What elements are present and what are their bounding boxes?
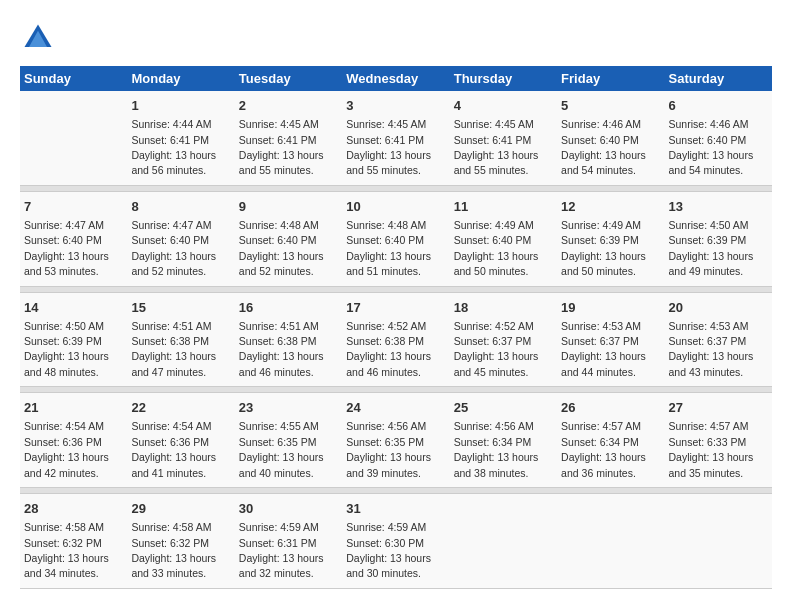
day-number: 4	[454, 97, 553, 115]
day-info: Sunrise: 4:56 AM Sunset: 6:35 PM Dayligh…	[346, 420, 431, 478]
main-container: SundayMondayTuesdayWednesdayThursdayFrid…	[0, 0, 792, 599]
day-info: Sunrise: 4:53 AM Sunset: 6:37 PM Dayligh…	[561, 320, 646, 378]
day-number: 22	[131, 399, 230, 417]
column-header-saturday: Saturday	[665, 66, 772, 91]
cell-week4-day3: 24Sunrise: 4:56 AM Sunset: 6:35 PM Dayli…	[342, 393, 449, 488]
column-header-tuesday: Tuesday	[235, 66, 342, 91]
day-info: Sunrise: 4:58 AM Sunset: 6:32 PM Dayligh…	[131, 521, 216, 579]
day-number: 15	[131, 299, 230, 317]
day-info: Sunrise: 4:57 AM Sunset: 6:33 PM Dayligh…	[669, 420, 754, 478]
day-info: Sunrise: 4:56 AM Sunset: 6:34 PM Dayligh…	[454, 420, 539, 478]
day-number: 20	[669, 299, 768, 317]
day-info: Sunrise: 4:55 AM Sunset: 6:35 PM Dayligh…	[239, 420, 324, 478]
day-number: 21	[24, 399, 123, 417]
week-row-4: 21Sunrise: 4:54 AM Sunset: 6:36 PM Dayli…	[20, 393, 772, 488]
cell-week2-day5: 12Sunrise: 4:49 AM Sunset: 6:39 PM Dayli…	[557, 191, 664, 286]
day-info: Sunrise: 4:45 AM Sunset: 6:41 PM Dayligh…	[346, 118, 431, 176]
cell-week5-day5	[557, 494, 664, 589]
day-number: 29	[131, 500, 230, 518]
day-info: Sunrise: 4:53 AM Sunset: 6:37 PM Dayligh…	[669, 320, 754, 378]
day-number: 19	[561, 299, 660, 317]
calendar-table: SundayMondayTuesdayWednesdayThursdayFrid…	[20, 66, 772, 589]
cell-week1-day6: 6Sunrise: 4:46 AM Sunset: 6:40 PM Daylig…	[665, 91, 772, 185]
cell-week5-day4	[450, 494, 557, 589]
day-info: Sunrise: 4:49 AM Sunset: 6:40 PM Dayligh…	[454, 219, 539, 277]
cell-week3-day1: 15Sunrise: 4:51 AM Sunset: 6:38 PM Dayli…	[127, 292, 234, 387]
cell-week4-day4: 25Sunrise: 4:56 AM Sunset: 6:34 PM Dayli…	[450, 393, 557, 488]
day-info: Sunrise: 4:52 AM Sunset: 6:37 PM Dayligh…	[454, 320, 539, 378]
day-info: Sunrise: 4:49 AM Sunset: 6:39 PM Dayligh…	[561, 219, 646, 277]
day-number: 7	[24, 198, 123, 216]
cell-week2-day0: 7Sunrise: 4:47 AM Sunset: 6:40 PM Daylig…	[20, 191, 127, 286]
cell-week5-day2: 30Sunrise: 4:59 AM Sunset: 6:31 PM Dayli…	[235, 494, 342, 589]
day-info: Sunrise: 4:58 AM Sunset: 6:32 PM Dayligh…	[24, 521, 109, 579]
cell-week2-day2: 9Sunrise: 4:48 AM Sunset: 6:40 PM Daylig…	[235, 191, 342, 286]
cell-week4-day0: 21Sunrise: 4:54 AM Sunset: 6:36 PM Dayli…	[20, 393, 127, 488]
day-number: 1	[131, 97, 230, 115]
day-number: 16	[239, 299, 338, 317]
cell-week3-day4: 18Sunrise: 4:52 AM Sunset: 6:37 PM Dayli…	[450, 292, 557, 387]
day-number: 24	[346, 399, 445, 417]
day-number: 18	[454, 299, 553, 317]
day-number: 3	[346, 97, 445, 115]
column-header-wednesday: Wednesday	[342, 66, 449, 91]
day-number: 30	[239, 500, 338, 518]
day-info: Sunrise: 4:54 AM Sunset: 6:36 PM Dayligh…	[131, 420, 216, 478]
day-number: 17	[346, 299, 445, 317]
day-info: Sunrise: 4:51 AM Sunset: 6:38 PM Dayligh…	[131, 320, 216, 378]
column-header-friday: Friday	[557, 66, 664, 91]
day-info: Sunrise: 4:52 AM Sunset: 6:38 PM Dayligh…	[346, 320, 431, 378]
cell-week5-day6	[665, 494, 772, 589]
cell-week4-day5: 26Sunrise: 4:57 AM Sunset: 6:34 PM Dayli…	[557, 393, 664, 488]
cell-week4-day6: 27Sunrise: 4:57 AM Sunset: 6:33 PM Dayli…	[665, 393, 772, 488]
cell-week4-day2: 23Sunrise: 4:55 AM Sunset: 6:35 PM Dayli…	[235, 393, 342, 488]
day-info: Sunrise: 4:50 AM Sunset: 6:39 PM Dayligh…	[24, 320, 109, 378]
day-number: 14	[24, 299, 123, 317]
cell-week1-day4: 4Sunrise: 4:45 AM Sunset: 6:41 PM Daylig…	[450, 91, 557, 185]
cell-week1-day2: 2Sunrise: 4:45 AM Sunset: 6:41 PM Daylig…	[235, 91, 342, 185]
day-number: 13	[669, 198, 768, 216]
cell-week2-day3: 10Sunrise: 4:48 AM Sunset: 6:40 PM Dayli…	[342, 191, 449, 286]
logo-icon	[20, 20, 56, 56]
day-info: Sunrise: 4:50 AM Sunset: 6:39 PM Dayligh…	[669, 219, 754, 277]
cell-week1-day5: 5Sunrise: 4:46 AM Sunset: 6:40 PM Daylig…	[557, 91, 664, 185]
week-row-2: 7Sunrise: 4:47 AM Sunset: 6:40 PM Daylig…	[20, 191, 772, 286]
column-header-sunday: Sunday	[20, 66, 127, 91]
cell-week3-day0: 14Sunrise: 4:50 AM Sunset: 6:39 PM Dayli…	[20, 292, 127, 387]
day-number: 8	[131, 198, 230, 216]
day-info: Sunrise: 4:45 AM Sunset: 6:41 PM Dayligh…	[454, 118, 539, 176]
day-info: Sunrise: 4:59 AM Sunset: 6:30 PM Dayligh…	[346, 521, 431, 579]
day-info: Sunrise: 4:47 AM Sunset: 6:40 PM Dayligh…	[24, 219, 109, 277]
day-info: Sunrise: 4:47 AM Sunset: 6:40 PM Dayligh…	[131, 219, 216, 277]
week-row-1: 1Sunrise: 4:44 AM Sunset: 6:41 PM Daylig…	[20, 91, 772, 185]
cell-week3-day2: 16Sunrise: 4:51 AM Sunset: 6:38 PM Dayli…	[235, 292, 342, 387]
day-number: 5	[561, 97, 660, 115]
cell-week1-day1: 1Sunrise: 4:44 AM Sunset: 6:41 PM Daylig…	[127, 91, 234, 185]
day-info: Sunrise: 4:44 AM Sunset: 6:41 PM Dayligh…	[131, 118, 216, 176]
header	[20, 20, 772, 56]
cell-week2-day1: 8Sunrise: 4:47 AM Sunset: 6:40 PM Daylig…	[127, 191, 234, 286]
cell-week2-day4: 11Sunrise: 4:49 AM Sunset: 6:40 PM Dayli…	[450, 191, 557, 286]
day-number: 27	[669, 399, 768, 417]
cell-week3-day3: 17Sunrise: 4:52 AM Sunset: 6:38 PM Dayli…	[342, 292, 449, 387]
day-info: Sunrise: 4:48 AM Sunset: 6:40 PM Dayligh…	[239, 219, 324, 277]
day-number: 23	[239, 399, 338, 417]
logo	[20, 20, 62, 56]
day-number: 11	[454, 198, 553, 216]
cell-week5-day1: 29Sunrise: 4:58 AM Sunset: 6:32 PM Dayli…	[127, 494, 234, 589]
cell-week2-day6: 13Sunrise: 4:50 AM Sunset: 6:39 PM Dayli…	[665, 191, 772, 286]
day-number: 10	[346, 198, 445, 216]
day-number: 25	[454, 399, 553, 417]
header-row: SundayMondayTuesdayWednesdayThursdayFrid…	[20, 66, 772, 91]
cell-week5-day0: 28Sunrise: 4:58 AM Sunset: 6:32 PM Dayli…	[20, 494, 127, 589]
week-row-3: 14Sunrise: 4:50 AM Sunset: 6:39 PM Dayli…	[20, 292, 772, 387]
cell-week3-day5: 19Sunrise: 4:53 AM Sunset: 6:37 PM Dayli…	[557, 292, 664, 387]
day-number: 9	[239, 198, 338, 216]
day-number: 26	[561, 399, 660, 417]
cell-week1-day0	[20, 91, 127, 185]
cell-week4-day1: 22Sunrise: 4:54 AM Sunset: 6:36 PM Dayli…	[127, 393, 234, 488]
day-number: 2	[239, 97, 338, 115]
day-info: Sunrise: 4:46 AM Sunset: 6:40 PM Dayligh…	[561, 118, 646, 176]
column-header-thursday: Thursday	[450, 66, 557, 91]
day-info: Sunrise: 4:57 AM Sunset: 6:34 PM Dayligh…	[561, 420, 646, 478]
